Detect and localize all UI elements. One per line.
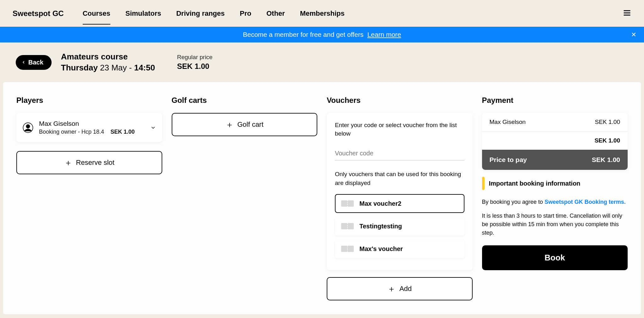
payment-title: Payment — [482, 96, 628, 105]
course-name: Amateurs course — [61, 52, 155, 62]
voucher-icon — [341, 222, 354, 230]
voucher-item[interactable]: Max's voucher — [335, 239, 464, 258]
important-text: Important booking information — [489, 180, 580, 187]
hamburger-menu-icon[interactable] — [623, 8, 631, 19]
voucher-icon — [341, 200, 354, 207]
important-row: Important booking information — [482, 177, 628, 190]
booking-terms-link[interactable]: Sweetspot GK Booking terms. — [545, 199, 626, 205]
nav-courses[interactable]: Courses — [83, 7, 110, 20]
voucher-desc: Enter your code or select voucher from t… — [335, 121, 464, 138]
voucher-label: Max voucher2 — [359, 200, 401, 207]
back-button[interactable]: Back — [16, 55, 52, 70]
plus-icon: ＋ — [64, 159, 72, 167]
nav-other[interactable]: Other — [266, 7, 285, 20]
course-info: Amateurs course Thursday 23 May - 14:50 — [61, 52, 155, 73]
banner-text: Become a member for free and get offers — [243, 31, 364, 38]
promo-banner: Become a member for free and get offers … — [0, 27, 644, 42]
vouchers-section: Vouchers Enter your code or select vouch… — [327, 96, 473, 300]
payment-subtotal: SEK 1.00 — [595, 137, 620, 144]
payment-subtotal-row: SEK 1.00 — [482, 131, 628, 150]
important-bar-icon — [482, 177, 485, 190]
player-price: SEK 1.00 — [110, 129, 135, 135]
brand-logo: Sweetspot GC — [13, 9, 64, 18]
price-to-pay-label: Price to pay — [490, 156, 527, 164]
payment-name: Max Giselson — [490, 119, 526, 126]
reserve-slot-button[interactable]: ＋ Reserve slot — [16, 151, 162, 174]
back-label: Back — [28, 59, 43, 66]
add-voucher-button[interactable]: ＋ Add — [327, 277, 473, 300]
price-value: SEK 1.00 — [177, 62, 213, 71]
player-card[interactable]: Max Giselson Booking owner - Hcp 18.4 SE… — [16, 113, 162, 142]
players-title: Players — [16, 96, 162, 105]
carts-title: Golf carts — [172, 96, 318, 105]
player-sub: Booking owner - Hcp 18.4 SEK 1.00 — [39, 129, 145, 135]
payment-section: Payment Max Giselson SEK 1.00 SEK 1.00 P… — [482, 96, 628, 270]
payment-line-item: Max Giselson SEK 1.00 — [482, 113, 628, 131]
cancellation-text: It is less than 3 hours to start time. C… — [482, 212, 628, 237]
course-date: Thursday 23 May - 14:50 — [61, 63, 155, 73]
book-button[interactable]: Book — [482, 245, 628, 270]
voucher-label: Testingtesting — [359, 223, 402, 230]
voucher-item[interactable]: Max voucher2 — [335, 194, 464, 213]
add-voucher-label: Add — [399, 285, 412, 293]
golf-cart-label: Golf cart — [237, 120, 264, 129]
nav-driving-ranges[interactable]: Driving ranges — [176, 7, 225, 20]
course-day: Thursday — [61, 63, 98, 72]
payment-amount: SEK 1.00 — [595, 119, 620, 126]
chevron-left-icon — [21, 60, 26, 64]
player-name: Max Giselson — [39, 120, 145, 127]
main-nav: Courses Simulators Driving ranges Pro Ot… — [83, 7, 345, 20]
players-section: Players Max Giselson Booking owner - Hcp… — [16, 96, 162, 174]
chevron-down-icon[interactable] — [150, 125, 156, 131]
price-label: Regular price — [177, 54, 213, 61]
voucher-note: Only vouchers that can be used for this … — [335, 170, 464, 187]
course-time: 14:50 — [134, 63, 155, 72]
voucher-code-input[interactable] — [335, 147, 464, 160]
voucher-panel: Enter your code or select voucher from t… — [327, 113, 473, 270]
price-block: Regular price SEK 1.00 — [177, 54, 213, 71]
plus-icon: ＋ — [225, 120, 234, 129]
player-info: Max Giselson Booking owner - Hcp 18.4 SE… — [39, 120, 145, 135]
voucher-item[interactable]: Testingtesting — [335, 217, 464, 236]
price-to-pay-row: Price to pay SEK 1.00 — [482, 150, 628, 170]
golf-carts-section: Golf carts ＋ Golf cart — [172, 96, 318, 136]
agree-text: By booking you agree to Sweetspot GK Boo… — [482, 198, 628, 206]
nav-memberships[interactable]: Memberships — [300, 7, 345, 20]
avatar-icon — [23, 122, 33, 133]
voucher-label: Max's voucher — [359, 245, 403, 253]
payment-card: Max Giselson SEK 1.00 SEK 1.00 Price to … — [482, 113, 628, 170]
agree-prefix: By booking you agree to — [482, 199, 545, 205]
price-to-pay-amount: SEK 1.00 — [592, 156, 620, 164]
player-meta: Booking owner - Hcp 18.4 — [39, 129, 104, 135]
voucher-icon — [341, 245, 354, 253]
topbar: Sweetspot GC Courses Simulators Driving … — [0, 0, 644, 27]
course-date-rest: 23 May - — [98, 63, 134, 72]
book-label: Book — [545, 253, 565, 262]
reserve-slot-label: Reserve slot — [76, 159, 114, 167]
banner-close-icon[interactable]: ✕ — [631, 31, 636, 38]
vouchers-title: Vouchers — [327, 96, 473, 105]
banner-learn-more-link[interactable]: Learn more — [367, 31, 401, 38]
nav-pro[interactable]: Pro — [240, 7, 252, 20]
add-golf-cart-button[interactable]: ＋ Golf cart — [172, 113, 318, 136]
nav-simulators[interactable]: Simulators — [125, 7, 161, 20]
svg-point-4 — [26, 125, 30, 128]
booking-content: Players Max Giselson Booking owner - Hcp… — [3, 82, 641, 314]
booking-header: Back Amateurs course Thursday 23 May - 1… — [0, 42, 644, 82]
plus-icon: ＋ — [387, 285, 396, 293]
